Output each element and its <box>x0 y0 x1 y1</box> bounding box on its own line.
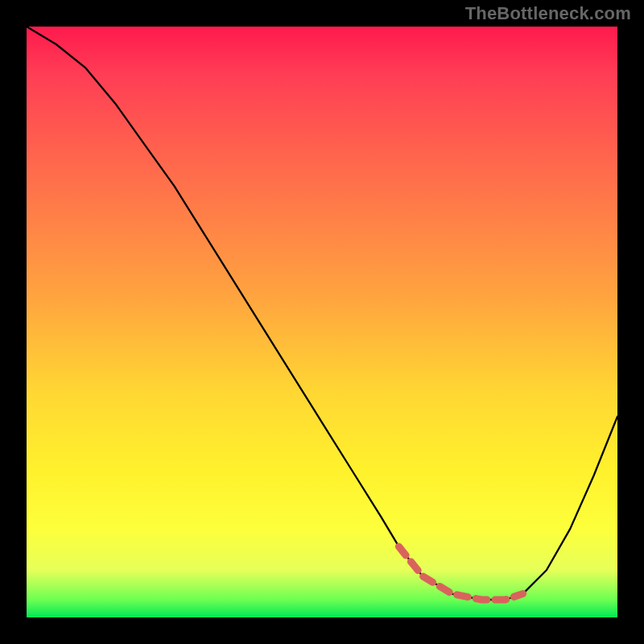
plot-area <box>27 27 617 617</box>
bottleneck-curve <box>27 27 617 600</box>
watermark-text: TheBottleneck.com <box>465 3 631 24</box>
chart-frame: TheBottleneck.com <box>0 0 644 644</box>
optimal-range-marker <box>398 547 522 600</box>
chart-svg <box>27 27 617 617</box>
